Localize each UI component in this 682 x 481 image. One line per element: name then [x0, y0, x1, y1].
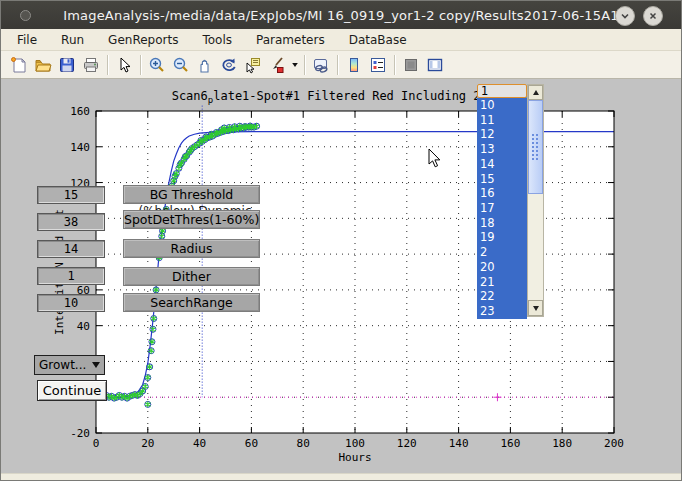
- dither-label: Dither: [123, 267, 260, 286]
- insert-colorbar-button[interactable]: [342, 54, 366, 76]
- data-cursor-button[interactable]: [241, 54, 265, 76]
- save-icon: [58, 56, 76, 74]
- menu-run[interactable]: Run: [57, 31, 88, 49]
- new-file-button[interactable]: [7, 54, 31, 76]
- link-plots-icon: [312, 56, 330, 74]
- scrollbar-down-button[interactable]: [528, 300, 543, 316]
- save-button[interactable]: [55, 54, 79, 76]
- data-cursor-icon: [244, 56, 262, 74]
- spotdetthres-input[interactable]: 38: [37, 213, 105, 231]
- figure-canvas: 020406080100120140160180200-200204060801…: [1, 79, 681, 473]
- dropdown-item-14[interactable]: 14: [477, 157, 527, 172]
- continue-button[interactable]: Continue: [37, 380, 107, 401]
- print-button[interactable]: [79, 54, 103, 76]
- svg-text:100: 100: [345, 437, 365, 450]
- open-file-icon: [34, 56, 52, 74]
- pointer-button[interactable]: [112, 54, 136, 76]
- bg-threshold-label: BG Threshold: [123, 185, 260, 204]
- window-menu-icon[interactable]: [20, 10, 31, 21]
- dropdown-item-12[interactable]: 12: [477, 127, 527, 142]
- brush-dropdown-caret[interactable]: [289, 54, 300, 76]
- window-title: ImageAnalysis-/media/data/ExpJobs/MI 16_…: [63, 8, 619, 23]
- dropdown-selected-value[interactable]: 1: [477, 84, 527, 98]
- svg-text:180: 180: [552, 437, 572, 450]
- menu-database[interactable]: DataBase: [345, 31, 411, 49]
- dropdown-item-20[interactable]: 20: [477, 260, 527, 275]
- dropdown-list: 10111213141516171819220212223: [477, 98, 527, 319]
- dropdown-item-11[interactable]: 11: [477, 113, 527, 128]
- brush-button[interactable]: [265, 54, 289, 76]
- brush-icon: [268, 56, 286, 74]
- svg-text:140: 140: [70, 141, 90, 154]
- colorbar-icon: [345, 56, 363, 74]
- hide-plot-tools-icon: [402, 56, 420, 74]
- rotate-3d-button[interactable]: [217, 54, 241, 76]
- growth-mode-dropdown-button[interactable]: Growt...: [34, 355, 105, 375]
- menu-genreports[interactable]: GenReports: [104, 31, 182, 49]
- svg-text:60: 60: [245, 437, 258, 450]
- svg-text:80: 80: [297, 437, 310, 450]
- dither-input[interactable]: 1: [37, 267, 105, 285]
- window-bottom-border: [1, 473, 681, 481]
- legend-icon: [369, 56, 387, 74]
- svg-text:160: 160: [70, 105, 90, 118]
- zoom-in-button[interactable]: [145, 54, 169, 76]
- bg-threshold-input[interactable]: 15: [37, 186, 105, 204]
- svg-text:-20: -20: [70, 427, 90, 440]
- dropdown-item-19[interactable]: 19: [477, 230, 527, 245]
- arrow-up-icon: [533, 90, 539, 95]
- svg-text:Hours: Hours: [338, 451, 371, 464]
- scrollbar-up-button[interactable]: [528, 85, 543, 100]
- dropdown-scrollbar[interactable]: [527, 84, 544, 317]
- svg-text:200: 200: [604, 437, 624, 450]
- svg-text:140: 140: [449, 437, 469, 450]
- shade-button[interactable]: [615, 6, 635, 26]
- hide-plot-tools-button[interactable]: [399, 54, 423, 76]
- dropdown-item-18[interactable]: 18: [477, 216, 527, 231]
- dropdown-item-16[interactable]: 16: [477, 186, 527, 201]
- spot-number-dropdown: 1 10111213141516171819220212223: [477, 84, 545, 320]
- new-file-icon: [10, 56, 28, 74]
- print-icon: [82, 56, 100, 74]
- insert-legend-button[interactable]: [366, 54, 390, 76]
- close-button[interactable]: [643, 6, 663, 26]
- spotdetthres-label: SpotDetThres(1-60%): [123, 210, 260, 229]
- svg-text:40: 40: [193, 437, 206, 450]
- toolbar-separator: [107, 55, 108, 75]
- arrow-down-icon: [533, 306, 539, 311]
- dropdown-item-2[interactable]: 2: [477, 245, 527, 260]
- menu-file[interactable]: File: [13, 31, 41, 49]
- toolbar-separator: [140, 55, 141, 75]
- searchrange-input[interactable]: 10: [37, 294, 105, 312]
- svg-text:20: 20: [141, 437, 154, 450]
- dropdown-item-17[interactable]: 17: [477, 201, 527, 216]
- svg-text:160: 160: [500, 437, 520, 450]
- menu-parameters[interactable]: Parameters: [252, 31, 329, 49]
- dropdown-item-21[interactable]: 21: [477, 275, 527, 290]
- rotate-3d-icon: [220, 56, 238, 74]
- scrollbar-thumb[interactable]: [528, 100, 543, 194]
- svg-text:40: 40: [77, 320, 90, 333]
- link-plots-button[interactable]: [309, 54, 333, 76]
- dropdown-item-10[interactable]: 10: [477, 98, 527, 113]
- svg-text:120: 120: [397, 437, 417, 450]
- dropdown-item-13[interactable]: 13: [477, 142, 527, 157]
- dropdown-caret-icon: [92, 362, 100, 368]
- scrollbar-grip-icon: [531, 133, 540, 161]
- toolbar-separator: [304, 55, 305, 75]
- pan-button[interactable]: [193, 54, 217, 76]
- open-file-button[interactable]: [31, 54, 55, 76]
- toolbar-separator: [394, 55, 395, 75]
- toolbar-separator: [337, 55, 338, 75]
- dropdown-item-22[interactable]: 22: [477, 289, 527, 304]
- zoom-out-button[interactable]: [169, 54, 193, 76]
- radius-input[interactable]: 14: [37, 240, 105, 258]
- toolbar: [1, 51, 681, 79]
- zoom-in-icon: [148, 56, 166, 74]
- close-icon: [646, 9, 660, 23]
- dropdown-item-15[interactable]: 15: [477, 172, 527, 187]
- dropdown-item-23[interactable]: 23: [477, 304, 527, 319]
- titlebar: ImageAnalysis-/media/data/ExpJobs/MI 16_…: [1, 1, 681, 29]
- show-plot-tools-button[interactable]: [423, 54, 447, 76]
- menu-tools[interactable]: Tools: [198, 31, 236, 49]
